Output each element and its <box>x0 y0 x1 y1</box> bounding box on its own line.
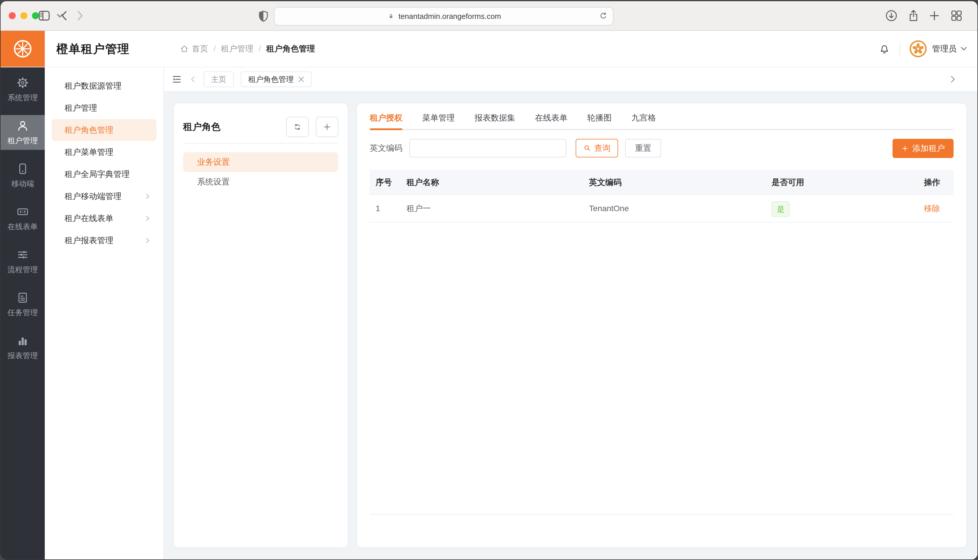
close-window-button[interactable] <box>9 12 16 19</box>
mobile-icon <box>16 162 29 175</box>
tab-nine-grid[interactable]: 九宫格 <box>632 112 656 129</box>
menu-item-tenant-role[interactable]: 租户角色管理 <box>52 119 156 141</box>
breadcrumb-home[interactable]: 首页 <box>192 43 208 54</box>
menu-item-label: 租户移动端管理 <box>65 192 122 201</box>
sidebar-item-online-form[interactable]: 在线表单 <box>1 201 45 236</box>
url-bar[interactable]: tenantadmin.orangeforms.com <box>274 7 614 25</box>
tab-tenant-role-mgmt[interactable]: 租户角色管理 <box>241 72 312 87</box>
downloads-button[interactable] <box>884 9 898 23</box>
tab-carousel[interactable]: 轮播图 <box>587 112 612 129</box>
table-row: 1 租户一 TenantOne 是 移除 <box>370 195 954 222</box>
breadcrumb-tenant-mgmt[interactable]: 租户管理 <box>221 43 254 54</box>
menu-item-label: 租户角色管理 <box>65 125 114 135</box>
reset-button[interactable]: 重置 <box>625 139 661 157</box>
tab-menu-mgmt[interactable]: 菜单管理 <box>422 112 455 129</box>
role-item-label: 业务设置 <box>197 157 230 167</box>
query-button-label: 查询 <box>594 143 610 153</box>
chevron-right-icon <box>145 193 150 199</box>
tab-label: 主页 <box>211 75 226 83</box>
role-panel-title: 租户角色 <box>183 120 279 133</box>
tab-report-dataset[interactable]: 报表数据集 <box>475 112 515 129</box>
role-item-label: 系统设置 <box>197 177 230 186</box>
col-header-index: 序号 <box>370 170 402 195</box>
app-logo <box>1 31 45 67</box>
panel-divider <box>183 143 338 143</box>
sidebar-item-label: 任务管理 <box>8 308 38 318</box>
query-button[interactable]: 查询 <box>576 139 618 157</box>
header-divider <box>899 42 900 56</box>
sidebar-item-mobile[interactable]: 移动端 <box>1 158 45 193</box>
share-button[interactable] <box>906 9 920 23</box>
cell-index: 1 <box>370 195 402 222</box>
minimize-window-button[interactable] <box>20 12 27 19</box>
forward-button[interactable] <box>73 9 87 23</box>
cell-enabled: 是 <box>767 195 908 222</box>
breadcrumb-separator: / <box>213 44 216 53</box>
reset-button-label: 重置 <box>635 143 651 153</box>
menu-item-tenant-mgmt[interactable]: 租户管理 <box>52 97 156 119</box>
user-icon <box>16 119 29 132</box>
sidebar-item-label: 流程管理 <box>8 265 38 275</box>
menu-item-label: 租户管理 <box>65 103 97 112</box>
sidebar-item-tenant[interactable]: 租户管理 <box>1 115 45 150</box>
add-tenant-button[interactable]: 添加租户 <box>893 139 954 158</box>
search-row: 英文编码 查询 重置 添加租户 <box>370 139 954 157</box>
sidebar-item-workflow[interactable]: 流程管理 <box>1 244 45 279</box>
page-tab-strip: 主页 租户角色管理 <box>164 67 977 92</box>
add-role-button[interactable] <box>316 117 338 137</box>
remove-link[interactable]: 移除 <box>924 204 940 213</box>
privacy-shield-icon[interactable] <box>256 9 270 23</box>
menu-collapse-icon[interactable] <box>172 74 182 85</box>
refresh-button[interactable] <box>286 117 309 137</box>
browser-toolbar: tenantadmin.orangeforms.com <box>1 1 977 31</box>
url-text: tenantadmin.orangeforms.com <box>399 12 501 21</box>
menu-item-tenant-online-form[interactable]: 租户在线表单 <box>52 207 156 230</box>
cell-english-code: TenantOne <box>584 195 767 222</box>
tabs-scroll-right-icon[interactable] <box>949 75 956 83</box>
tab-tenant-auth[interactable]: 租户授权 <box>370 112 402 129</box>
tenant-auth-panel: 租户授权 菜单管理 报表数据集 在线表单 轮播图 九宫格 英文编码 <box>357 103 966 547</box>
username-label[interactable]: 管理员 <box>932 43 956 54</box>
search-icon <box>583 144 591 152</box>
reload-icon[interactable] <box>599 11 608 21</box>
sidebar-item-label: 系统管理 <box>8 93 38 103</box>
home-icon <box>180 44 189 53</box>
sidebar-item-label: 在线表单 <box>8 222 38 232</box>
tab-home[interactable]: 主页 <box>204 72 234 87</box>
menu-item-tenant-menu[interactable]: 租户菜单管理 <box>52 141 156 163</box>
close-icon[interactable] <box>298 77 304 82</box>
sidebar-toggle-icon[interactable] <box>37 9 51 23</box>
role-item-system[interactable]: 系统设置 <box>183 172 338 192</box>
app-body: 系统管理 租户管理 移动端 <box>1 67 977 559</box>
menu-item-label: 租户菜单管理 <box>65 148 114 157</box>
english-code-input[interactable] <box>410 139 566 157</box>
back-button[interactable] <box>58 9 72 23</box>
role-item-business[interactable]: 业务设置 <box>183 152 338 172</box>
form-icon <box>16 205 29 218</box>
menu-item-tenant-mobile[interactable]: 租户移动端管理 <box>52 185 156 207</box>
menu-item-tenant-dict[interactable]: 租户全局字典管理 <box>52 163 156 185</box>
main-area: 主页 租户角色管理 租户角色 <box>164 67 977 559</box>
sidebar-item-label: 移动端 <box>11 178 34 189</box>
tab-online-form[interactable]: 在线表单 <box>535 112 567 129</box>
user-menu-chevron-down-icon[interactable] <box>961 47 967 51</box>
primary-sidebar: 系统管理 租户管理 移动端 <box>1 67 45 559</box>
sidebar-item-report[interactable]: 报表管理 <box>1 330 45 365</box>
tab-overview-button[interactable] <box>950 9 963 23</box>
sidebar-item-label: 租户管理 <box>8 136 38 146</box>
tabs-scroll-left-icon[interactable] <box>189 76 197 83</box>
browser-window: tenantadmin.orangeforms.com <box>1 1 977 559</box>
sidebar-item-system[interactable]: 系统管理 <box>1 72 45 107</box>
orange-wheel-icon <box>12 38 34 60</box>
sliders-icon <box>16 248 29 261</box>
notification-bell-icon[interactable] <box>879 43 890 55</box>
tab-label: 租户角色管理 <box>248 72 294 87</box>
cell-actions: 移除 <box>908 195 954 222</box>
sidebar-item-task[interactable]: 任务管理 <box>1 287 45 322</box>
menu-item-tenant-datasource[interactable]: 租户数据源管理 <box>52 75 156 97</box>
add-tenant-button-label: 添加租户 <box>912 143 945 154</box>
new-tab-button[interactable] <box>928 9 941 23</box>
user-avatar[interactable] <box>909 40 927 58</box>
role-panel: 租户角色 <box>174 103 348 547</box>
menu-item-tenant-report[interactable]: 租户报表管理 <box>52 230 156 252</box>
